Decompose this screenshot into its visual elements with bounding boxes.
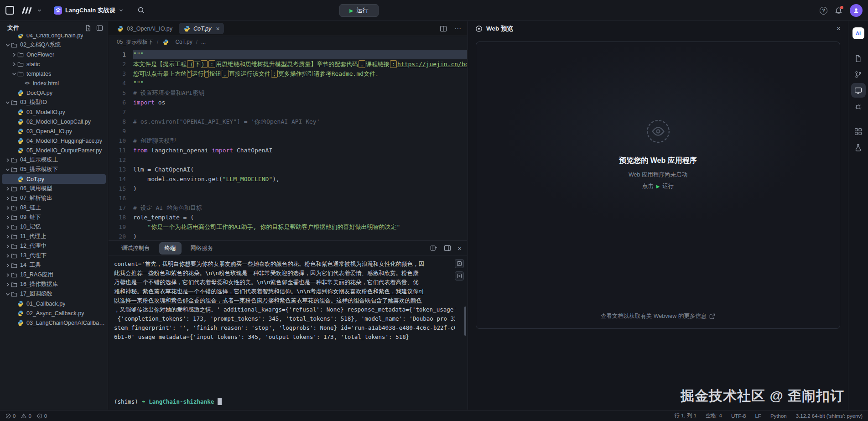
- panel-tab[interactable]: 调试控制台: [116, 242, 156, 255]
- help-button[interactable]: ?: [820, 7, 827, 15]
- tree-folder-item[interactable]: 13_代理下: [2, 251, 106, 260]
- problems-errors[interactable]: 0: [5, 413, 16, 419]
- code-line[interactable]: 16: [109, 193, 467, 203]
- tree-file-item[interactable]: 02_Async_Callback.py: [2, 308, 106, 318]
- close-tab-icon[interactable]: ×: [216, 26, 219, 32]
- new-file-button[interactable]: [85, 25, 92, 31]
- tree-folder-item[interactable]: 09_链下: [2, 213, 106, 222]
- eol-sequence[interactable]: LF: [755, 413, 761, 419]
- tree-folder-item[interactable]: 05_提示模板下: [2, 165, 106, 174]
- code-line[interactable]: 3您可以点击最上方的“运行”按钮，直接运行该文件；更多操作指引请参考Readme…: [109, 69, 467, 78]
- indentation[interactable]: 空格: 4: [706, 412, 722, 419]
- tree-folder-item[interactable]: OneFlower: [2, 50, 106, 59]
- tree-folder-item[interactable]: 06_调用模型: [2, 184, 106, 193]
- workspace-switcher[interactable]: LangChain 实战课: [50, 5, 127, 16]
- tree-folder-item[interactable]: 04_提示模板上: [2, 155, 106, 165]
- editor-more-button[interactable]: ⋯: [454, 25, 462, 33]
- collapse-explorer-button[interactable]: [96, 25, 103, 31]
- breadcrumb-more[interactable]: ...: [201, 39, 206, 45]
- bottom-panel: 调试控制台终端网络服务 × content='首先，我明白你想要为你的女朋友购买…: [109, 240, 467, 410]
- tree-folder-item[interactable]: templates: [2, 69, 106, 78]
- close-panel-icon[interactable]: ×: [457, 244, 462, 252]
- breadcrumb-file[interactable]: CoT.py: [175, 39, 192, 45]
- preview-docs-link[interactable]: 查看文档以获取有关 Webview 的更多信息: [476, 312, 840, 320]
- code-line[interactable]: 17# 设定 AI 的角色和目标: [109, 203, 467, 213]
- code-line[interactable]: 20): [109, 232, 467, 240]
- tree-file-item[interactable]: 04_ModelIO_HuggingFace.py: [2, 136, 106, 146]
- code-line[interactable]: 8# os.environ["OPENAI_API_KEY"] = '你的Ope…: [109, 117, 467, 126]
- tree-file-item[interactable]: 02_ModelIO_LoopCall.py: [2, 117, 106, 126]
- split-terminal-button[interactable]: [430, 244, 437, 252]
- editor-tab[interactable]: 03_OpenAI_IO.py: [112, 23, 177, 34]
- tree-file-item[interactable]: CoT.py: [2, 174, 106, 184]
- tree-folder-item[interactable]: 11_代理上: [2, 232, 106, 241]
- problems-warnings[interactable]: 0: [21, 413, 31, 419]
- language-mode[interactable]: Python: [770, 413, 787, 419]
- tree-folder-item[interactable]: static: [2, 59, 106, 69]
- search-button[interactable]: [137, 6, 145, 14]
- tree-file-item[interactable]: <>index.html: [2, 78, 106, 88]
- tree-folder-item[interactable]: 17_回调函数: [2, 289, 106, 299]
- editor-tab[interactable]: CoT.py×: [179, 23, 224, 34]
- code-line[interactable]: 19 "你是一个为花店电商公司工作的AI助手, 你的目标是帮助客户根据他们的喜好…: [109, 222, 467, 232]
- debug-button[interactable]: [851, 99, 866, 114]
- source-control-button[interactable]: [851, 67, 866, 82]
- tree-folder-item[interactable]: 07_解析输出: [2, 193, 106, 203]
- code-line[interactable]: 11from langchain_openai import ChatOpenA…: [109, 146, 467, 155]
- terminal-scrollbar[interactable]: [464, 307, 466, 336]
- tree-file-item[interactable]: DocQA.py: [2, 88, 106, 98]
- tree-folder-item[interactable]: 14_工具: [2, 260, 106, 270]
- tree-folder-item[interactable]: 15_RAG应用: [2, 270, 106, 280]
- panel-tab[interactable]: 网络服务: [185, 242, 219, 255]
- code-line[interactable]: 4""": [109, 78, 467, 88]
- tree-folder-item[interactable]: 02_文档QA系统: [2, 40, 106, 50]
- code-line[interactable]: 5# 设置环境变量和API密钥: [109, 88, 467, 98]
- code-editor[interactable]: 1"""2本文件是【提示工程（下）：用思维链和思维树提升模型思考质量】章节的配套…: [109, 48, 467, 240]
- code-line[interactable]: 18role_template = (: [109, 213, 467, 222]
- code-line[interactable]: 10# 创建聊天模型: [109, 136, 467, 146]
- breadcrumb-folder[interactable]: 05_提示模板下: [117, 38, 153, 46]
- apps-grid-button[interactable]: [851, 124, 866, 139]
- tree-folder-item[interactable]: 03_模型IO: [2, 98, 106, 107]
- python-interpreter[interactable]: 3.12.2 64-bit ('shims': pyenv): [796, 413, 863, 419]
- tree-file-item[interactable]: 01_Callback.py: [2, 299, 106, 308]
- code-line[interactable]: 14 model=os.environ.get("LLM_MODELEND"),: [109, 174, 467, 184]
- code-line[interactable]: 1""": [109, 50, 467, 59]
- tree-file-item[interactable]: 05_ModelIO_OutputParser.py: [2, 146, 106, 155]
- encoding[interactable]: UTF-8: [731, 413, 746, 419]
- problems-infos[interactable]: 0: [37, 413, 47, 419]
- code-line[interactable]: 7: [109, 107, 467, 117]
- code-line[interactable]: 6import os: [109, 98, 467, 107]
- terminal[interactable]: content='首先，我明白你想要为你的女朋友购买一些她喜欢的颜色的花。粉色和…: [109, 256, 467, 410]
- notifications-button[interactable]: [835, 7, 842, 15]
- panel-tab[interactable]: 终端: [159, 242, 182, 255]
- app-menu-button[interactable]: [5, 6, 14, 15]
- cursor-position[interactable]: 行 1, 列 1: [675, 412, 697, 419]
- tree-item-label: templates: [26, 71, 51, 77]
- code-line[interactable]: 13llm = ChatOpenAI(: [109, 165, 467, 174]
- code-line[interactable]: 9: [109, 126, 467, 136]
- ai-assistant-button[interactable]: AI: [851, 26, 866, 41]
- tree-folder-item[interactable]: 12_代理中: [2, 241, 106, 251]
- web-preview-button[interactable]: [851, 83, 866, 98]
- code-line[interactable]: 2本文件是【提示工程（下）：用思维链和思维树提升模型思考质量】章节的配套代码，课…: [109, 59, 467, 69]
- code-line[interactable]: 15): [109, 184, 467, 193]
- panel-layout-button[interactable]: [444, 244, 451, 252]
- user-avatar[interactable]: [850, 4, 863, 17]
- tests-button[interactable]: [851, 140, 866, 155]
- code-line[interactable]: 12: [109, 155, 467, 165]
- terminal-new-button[interactable]: [455, 271, 464, 281]
- tree-file-item[interactable]: 01_ModelIO.py: [2, 107, 106, 117]
- close-preview-icon[interactable]: ×: [837, 25, 841, 33]
- tree-folder-item[interactable]: 16_操作数据库: [2, 280, 106, 289]
- run-button[interactable]: ▶ 运行: [339, 4, 379, 17]
- split-editor-button[interactable]: [440, 25, 447, 32]
- docs-button[interactable]: [851, 51, 866, 66]
- tree-file-item[interactable]: 04_ChatLongChain.py: [2, 34, 106, 40]
- tree-folder-item[interactable]: 08_链上: [2, 203, 106, 213]
- tree-folder-item[interactable]: 10_记忆: [2, 222, 106, 232]
- tree-file-item[interactable]: 03_LangChainOpenAICallback...: [2, 318, 106, 327]
- chevron-down-icon[interactable]: [37, 8, 42, 13]
- tree-file-item[interactable]: 03_OpenAI_IO.py: [2, 126, 106, 136]
- terminal-open-editor-button[interactable]: [455, 259, 464, 268]
